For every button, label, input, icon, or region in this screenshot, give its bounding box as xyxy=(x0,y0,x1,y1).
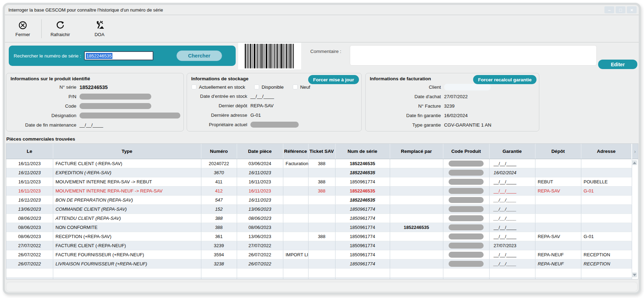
cell-reference[interactable] xyxy=(283,214,308,223)
cell-depot[interactable] xyxy=(535,277,581,279)
cell-remplace[interactable] xyxy=(390,250,443,259)
cell-reference[interactable]: IMPORT LI xyxy=(283,250,308,259)
cell-numero[interactable]: 388 xyxy=(201,214,237,223)
cell-date-piece[interactable]: 26/07/2022 xyxy=(237,259,283,268)
col-date-piece[interactable]: Date pièce xyxy=(237,144,283,159)
cell-numero[interactable] xyxy=(201,277,237,279)
cell-ticket[interactable] xyxy=(308,214,335,223)
cell-depot[interactable] xyxy=(535,159,581,168)
cell-numero[interactable]: 20240722 xyxy=(201,159,237,168)
scroll-up-button[interactable] xyxy=(632,160,637,165)
cell-le[interactable]: 16/11/2023 xyxy=(6,168,53,177)
cell-date-piece[interactable]: 08/06/2023 xyxy=(237,223,283,232)
cell-numero[interactable]: 3594 xyxy=(201,250,237,259)
cell-le[interactable]: 16/11/2023 xyxy=(6,195,53,204)
cell-reference[interactable] xyxy=(283,268,308,277)
fermer-button[interactable]: Fermer xyxy=(11,20,34,37)
col-garantie[interactable]: Garantie xyxy=(489,144,535,159)
table-row[interactable]: 16/11/2023FACTURE CLIENT (-REPA-SAV)2024… xyxy=(6,159,638,168)
forcer-mise-a-jour-button[interactable]: Forcer mise à jour xyxy=(308,75,359,84)
cell-code-produit[interactable] xyxy=(443,214,489,223)
cell-numero[interactable]: 3238 xyxy=(201,259,237,268)
cell-garantie[interactable]: __/__/____ xyxy=(489,204,535,214)
cell-type[interactable]: FACTURE CLIENT (-REPA-NEUF) xyxy=(53,241,201,250)
cell-ticket[interactable]: 388 xyxy=(308,159,335,168)
cell-le[interactable]: 27/07/2022 xyxy=(6,241,53,250)
cell-adresse[interactable] xyxy=(581,241,632,250)
cell-le[interactable]: 16/11/2023 xyxy=(6,186,53,195)
cell-adresse[interactable] xyxy=(581,204,632,214)
cell-le[interactable]: 13/06/2023 xyxy=(6,204,53,214)
cell-type[interactable] xyxy=(53,277,201,279)
cell-remplace[interactable] xyxy=(390,186,443,195)
cell-depot[interactable]: REPA-SAV xyxy=(535,186,581,195)
cell-adresse[interactable] xyxy=(581,159,632,168)
cell-garantie[interactable]: __/__/____ xyxy=(489,186,535,195)
cell-remplace[interactable] xyxy=(390,277,443,279)
close-icon[interactable]: × xyxy=(627,6,637,13)
cell-serie[interactable]: 1850961774 xyxy=(335,177,390,186)
cell-code-produit[interactable] xyxy=(443,186,489,195)
cell-adresse[interactable] xyxy=(581,168,632,177)
cell-reference[interactable] xyxy=(283,259,308,268)
cell-depot[interactable] xyxy=(535,214,581,223)
cell-reference[interactable] xyxy=(283,186,308,195)
cell-ticket[interactable]: 388 xyxy=(308,232,335,241)
comment-textarea[interactable] xyxy=(350,45,597,66)
cell-remplace[interactable] xyxy=(390,177,443,186)
scroll-down-button[interactable] xyxy=(632,272,637,277)
cell-garantie[interactable]: __/__/____ xyxy=(489,250,535,259)
cell-serie[interactable] xyxy=(335,277,390,279)
table-row[interactable]: 26/07/2022FACTURE FOURNISSEUR (+REPA-NEU… xyxy=(6,250,638,259)
cell-numero[interactable]: 361 xyxy=(201,232,237,241)
cell-remplace[interactable] xyxy=(390,241,443,250)
cell-code-produit[interactable] xyxy=(443,195,489,204)
cell-type[interactable]: COMMANDE CLIENT (REPA-SAV) xyxy=(53,204,201,214)
cell-serie[interactable]: 1852246535 xyxy=(335,168,390,177)
cell-reference[interactable]: Facturation xyxy=(283,159,308,168)
table-row[interactable]: 08/06/2023RECEPTION (+REPA-SAV)36113/06/… xyxy=(6,232,638,241)
cell-numero[interactable] xyxy=(201,268,237,277)
cell-serie[interactable]: 1852246535 xyxy=(335,159,390,168)
col-le[interactable]: Le xyxy=(6,144,53,159)
cell-le[interactable] xyxy=(6,277,53,279)
cell-adresse[interactable]: G-01 xyxy=(581,232,632,241)
serial-input[interactable]: 1852246535 xyxy=(84,51,153,60)
cell-code-produit[interactable] xyxy=(443,241,489,250)
cell-adresse[interactable] xyxy=(581,223,632,232)
cell-garantie[interactable]: __/__/____ xyxy=(489,159,535,168)
cell-type[interactable]: MOUVEMENT INTERNE REPA-NEUF -> REPA-SAV xyxy=(53,186,201,195)
doa-button[interactable]: DOA xyxy=(88,20,111,37)
table-row[interactable]: 08/06/2023ATTENDU CLIENT (REPA-SAV)38808… xyxy=(6,214,638,223)
cell-serie[interactable]: 1852246535 xyxy=(335,186,390,195)
table-row[interactable]: 26/07/2022LIVRAISON FOURNISSEUR (+REPA-N… xyxy=(6,259,638,268)
cell-ticket[interactable] xyxy=(308,250,335,259)
cell-code-produit[interactable] xyxy=(443,223,489,232)
cell-adresse[interactable]: POUBELLE xyxy=(581,177,632,186)
cell-adresse[interactable] xyxy=(581,268,632,277)
cell-numero[interactable]: 411 xyxy=(201,177,237,186)
cell-code-produit[interactable] xyxy=(443,177,489,186)
cell-serie[interactable]: 1850961774 xyxy=(335,241,390,250)
cell-ticket[interactable] xyxy=(308,195,335,204)
cell-adresse[interactable]: RECEPTION xyxy=(581,250,632,259)
cell-remplace[interactable] xyxy=(390,214,443,223)
cell-reference[interactable] xyxy=(283,177,308,186)
cell-le[interactable]: 16/11/2023 xyxy=(6,159,53,168)
cell-numero[interactable]: 3670 xyxy=(201,168,237,177)
cell-code-produit[interactable] xyxy=(443,168,489,177)
cell-adresse[interactable] xyxy=(581,195,632,204)
cell-depot[interactable] xyxy=(535,195,581,204)
cell-reference[interactable] xyxy=(283,232,308,241)
cell-date-piece[interactable]: 13/06/2023 xyxy=(237,204,283,214)
cell-date-piece[interactable] xyxy=(237,277,283,279)
cell-garantie[interactable]: __/__/____ xyxy=(489,214,535,223)
cell-numero[interactable]: 547 xyxy=(201,195,237,204)
cell-le[interactable] xyxy=(6,268,53,277)
col-code-produit[interactable]: Code Produit xyxy=(443,144,489,159)
cell-reference[interactable] xyxy=(283,195,308,204)
cell-ticket[interactable] xyxy=(308,168,335,177)
cell-adresse[interactable]: RECEPTION xyxy=(581,259,632,268)
cell-reference[interactable] xyxy=(283,223,308,232)
chercher-button[interactable]: Chercher xyxy=(176,50,222,61)
